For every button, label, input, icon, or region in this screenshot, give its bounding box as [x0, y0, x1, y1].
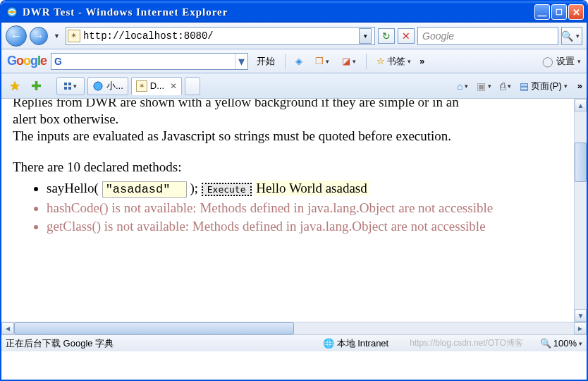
google-g-icon: G — [54, 56, 62, 67]
tab-label: 小... — [106, 80, 123, 92]
command-overflow[interactable]: » — [577, 80, 582, 91]
rss-icon: ▣ — [477, 80, 486, 92]
close-tab-icon[interactable]: ✕ — [170, 81, 177, 91]
history-dropdown[interactable]: ▼ — [54, 32, 60, 40]
forward-button[interactable]: → — [30, 27, 48, 45]
scroll-right-button[interactable]: ► — [574, 322, 587, 334]
print-icon: ⎙ — [500, 80, 506, 92]
refresh-button[interactable]: ↻ — [378, 28, 395, 44]
window-title: DWR Test - Windows Internet Explorer — [23, 6, 534, 18]
window-controls: — ☐ ✕ — [534, 4, 584, 20]
separator — [285, 54, 286, 69]
scroll-down-button[interactable]: ▼ — [575, 309, 587, 322]
scroll-thumb[interactable] — [575, 143, 587, 182]
google-search-dropdown[interactable]: ▾ — [235, 54, 245, 69]
command-bar: ⌂▾ ▣▾ ⎙▾ ▤ 页面(P)▾ » — [454, 77, 582, 95]
tab-2[interactable]: ✶ D... ✕ — [131, 77, 182, 95]
page-content: Replies from DWR are shown with a yellow… — [1, 99, 587, 322]
minimize-button[interactable]: — — [534, 4, 550, 20]
page-icon: ✶ — [136, 80, 147, 92]
quick-tabs-button[interactable]: ▾ — [56, 77, 85, 95]
method-param-input[interactable] — [102, 181, 187, 198]
google-toolbar: Google G ▾ 开始 ◈ ❒▾ ◪▾ ☆ 书签▾ » ◯ 设置▾ — [1, 49, 587, 73]
separator — [366, 54, 367, 69]
new-tab-button[interactable] — [185, 77, 200, 95]
cut-off-line: Replies from DWR are shown with a yellow… — [13, 99, 563, 110]
method-sayhello: sayHello( ); Execute Hello World asadasd — [47, 181, 563, 198]
home-icon: ⌂ — [457, 80, 463, 92]
google-search-box[interactable]: G ▾ — [51, 53, 248, 70]
stop-button[interactable]: ✕ — [398, 28, 415, 44]
globe-icon: 🌐 — [323, 338, 334, 349]
execute-button[interactable]: Execute — [202, 183, 252, 196]
share-button[interactable]: ◈ — [291, 53, 307, 70]
close-button[interactable]: ✕ — [568, 4, 584, 20]
gear-icon: ◯ — [542, 56, 553, 67]
watermark: https://blog.csdn.net/OTO博客 — [410, 337, 523, 349]
maximize-button[interactable]: ☐ — [551, 4, 567, 20]
scroll-left-button[interactable]: ◄ — [1, 322, 14, 334]
status-bar: 正在后台下载 Google 字典 🌐 本地 Intranet https://b… — [1, 334, 587, 351]
status-text: 正在后台下载 Google 字典 — [6, 337, 114, 350]
news-button[interactable]: ❒▾ — [311, 53, 333, 70]
vertical-scrollbar[interactable]: ▲ ▼ — [574, 99, 587, 322]
print-button[interactable]: ⎙▾ — [497, 77, 514, 95]
method-hashcode: hashCode() is not available: Methods def… — [47, 200, 563, 216]
tab-label: D... — [150, 80, 164, 91]
page-icon: ✶ — [68, 30, 80, 42]
favorites-button[interactable]: ★ — [6, 77, 24, 95]
tab-bar: ★ ✚ ▾ 小... ✶ D... ✕ ⌂▾ ▣▾ ⎙▾ ▤ 页面(P)▾ » — [1, 73, 587, 99]
ie-icon — [92, 80, 104, 92]
zoom-control[interactable]: 🔍 100% ▾ — [540, 338, 582, 349]
search-box[interactable]: Google — [417, 27, 558, 45]
share-icon: ◈ — [295, 56, 302, 66]
address-bar[interactable]: ✶ ▾ — [66, 27, 375, 45]
news-icon: ❒ — [315, 56, 324, 66]
feeds-button[interactable]: ▣▾ — [474, 77, 494, 95]
start-button[interactable]: 开始 — [252, 53, 279, 70]
bookmarks-button[interactable]: ☆ 书签▾ — [372, 53, 415, 70]
grid-icon — [64, 83, 71, 90]
toolbar-overflow[interactable]: » — [419, 56, 424, 66]
more-button[interactable]: ◪▾ — [338, 53, 360, 70]
settings-button[interactable]: ◯ 设置▾ — [542, 55, 581, 68]
title-bar: DWR Test - Windows Internet Explorer — ☐… — [1, 1, 587, 23]
svg-point-1 — [94, 82, 102, 90]
page-icon: ▤ — [520, 80, 529, 92]
intro-line-2: The inputs are evaluated as Javascript s… — [13, 128, 563, 144]
search-placeholder: Google — [422, 30, 454, 42]
zoom-icon: 🔍 — [540, 338, 551, 349]
tab-1[interactable]: 小... — [87, 77, 128, 95]
page-menu-button[interactable]: ▤ 页面(P)▾ — [517, 77, 570, 95]
methods-heading: There are 10 declared methods: — [13, 159, 563, 175]
intro-line-1: alert box otherwise. — [13, 111, 563, 127]
navigation-bar: ← → ▼ ✶ ▾ ↻ ✕ Google 🔍▾ — [1, 23, 587, 49]
back-button[interactable]: ← — [6, 25, 27, 47]
add-star-icon: ✚ — [31, 78, 42, 94]
method-result: Hello World asadasd — [255, 181, 368, 195]
home-button[interactable]: ⌂▾ — [454, 77, 471, 95]
method-getclass: getClass() is not available: Methods def… — [47, 219, 563, 234]
search-button[interactable]: 🔍▾ — [561, 27, 582, 45]
more-icon: ◪ — [342, 56, 350, 66]
address-dropdown[interactable]: ▾ — [359, 28, 372, 44]
star-icon: ★ — [9, 78, 20, 94]
add-favorite-button[interactable]: ✚ — [27, 77, 45, 95]
url-input[interactable] — [83, 30, 356, 42]
scroll-up-button[interactable]: ▲ — [575, 99, 587, 111]
content-area: Replies from DWR are shown with a yellow… — [1, 99, 587, 322]
ie-icon — [6, 6, 18, 18]
hscroll-thumb[interactable] — [14, 322, 294, 334]
google-logo: Google — [7, 54, 47, 68]
security-zone[interactable]: 🌐 本地 Intranet — [323, 337, 389, 350]
horizontal-scrollbar[interactable]: ◄ ► — [1, 322, 587, 334]
star-icon: ☆ — [376, 56, 385, 66]
